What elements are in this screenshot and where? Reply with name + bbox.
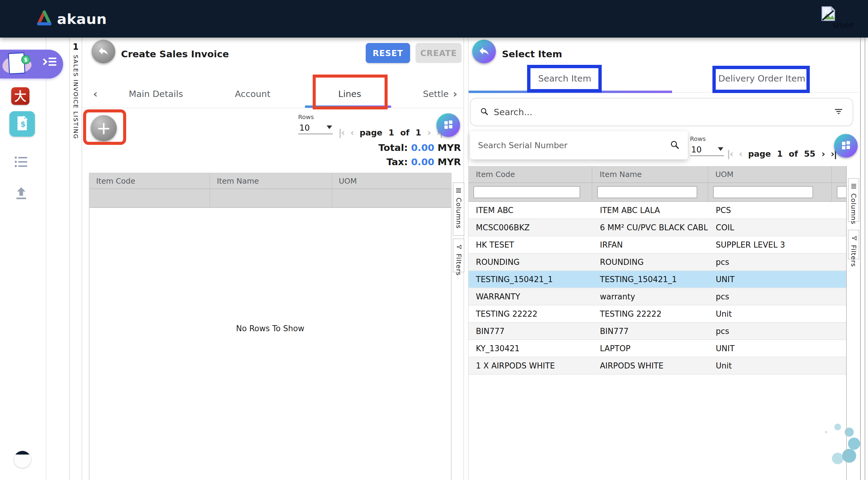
page-word: page [748,149,771,159]
listing-count: 1 [70,42,82,52]
first-page-icon[interactable]: |‹ [727,148,733,159]
prev-page-icon[interactable]: ‹ [739,148,742,159]
serial-number-input[interactable] [478,141,670,150]
search-icon[interactable] [670,140,680,151]
table-row[interactable]: WARRANTYwarrantypcs [469,288,846,305]
rows-label: Rows [298,113,333,121]
avatar-alt-text: user [833,20,854,30]
table-row[interactable]: BIN777BIN777pcs [469,323,846,340]
filter-item-code-input[interactable] [473,186,580,198]
tab-search-item[interactable]: Search Item [538,73,591,83]
screen-preview-thumbnail[interactable] [14,451,31,468]
filter-item-name-input[interactable] [597,186,697,198]
rows-label: Rows [690,135,724,142]
active-tab-indicator [469,91,672,93]
total-value: 0.00 [411,142,435,153]
next-page-icon[interactable]: › [427,127,430,138]
filter-extra-input[interactable] [837,186,846,198]
scrollbar-track[interactable] [860,38,861,480]
table-header-row: Item Code Item Name UOM [469,166,846,182]
sidebar-item-upload[interactable] [14,186,29,200]
tab-main-details[interactable]: Main Details [129,89,183,99]
column-header-item-name[interactable]: Item Name [592,166,708,182]
table-row[interactable]: ROUNDINGROUNDINGpcs [469,254,846,271]
tab-delivery-order-item[interactable]: Delivery Order Item [718,73,805,83]
drawer-toggle-icon[interactable] [41,58,56,66]
back-arrow-icon [478,45,490,58]
sales-invoice-listing-tab[interactable]: 1 SALES INVOICE LISTING [69,38,82,480]
create-button[interactable]: CREATE [415,43,462,63]
tax-amount: Tax: 0.00 MYR [386,157,461,167]
akaun-triangle-icon [36,10,53,27]
grid-icon [840,140,851,152]
tabs-scroll-left-icon[interactable]: ‹ [93,88,98,100]
tab-account[interactable]: Account [235,89,270,99]
top-navbar: akaun user [0,0,868,38]
table-row-selected[interactable]: TESTING_150421_1TESTING_150421_1UNIT [469,271,846,288]
filters-side-tab[interactable]: Filters [848,230,859,260]
tax-currency: MYR [438,157,461,167]
tab-lines[interactable]: Lines [338,89,361,99]
tab-settlement[interactable]: Settle [423,89,449,99]
active-tab-indicator [305,105,391,108]
select-item-panel: Select Item Search Item Delivery Order I… [468,38,858,480]
total-currency: MYR [438,142,461,153]
filter-list-icon[interactable] [834,107,843,117]
current-page: 1 [777,149,783,159]
invoice-lines-table: Item Code Item Name UOM No Rows To Show [89,173,452,480]
table-row[interactable]: TESTING 22222TESTING 22222Unit [469,305,846,323]
user-avatar[interactable]: user [821,5,857,33]
create-sales-invoice-panel: Create Sales Invoice RESET CREATE ‹ Main… [82,38,464,480]
table-row[interactable]: HK TESETIRFANSUPPLER LEVEL 3 [469,236,846,254]
rows-per-page-select[interactable]: 10 [298,123,333,134]
table-row[interactable]: MCSC006BKZ6 MM² CU/PVC BLACK CABL...COIL [469,219,846,236]
table-row[interactable]: ITEM ABCITEM ABC LALAPCS [469,202,846,219]
page-title: Create Sales Invoice [121,48,229,59]
total-pages: 1 [415,128,421,137]
sidebar-item-listing[interactable] [13,155,29,169]
column-header-item-code[interactable]: Item Code [90,173,210,188]
serial-number-search-box [470,131,688,160]
search-input[interactable] [494,107,834,117]
first-page-icon[interactable]: |‹ [338,127,344,138]
select-item-back-button[interactable] [472,40,496,63]
decor-bubble [832,453,843,464]
akaun-logo[interactable]: akaun [36,10,107,27]
rows-per-page-select[interactable]: 10 [690,145,724,156]
dollar-coin-icon: $ [21,55,30,64]
tabs-scroll-right-icon[interactable]: › [453,88,457,100]
scrollbar-track[interactable] [865,38,865,480]
logo-text: akaun [57,11,107,27]
grid-icon [443,119,454,131]
column-header-uom[interactable]: UOM [332,173,451,188]
grid-view-button[interactable] [834,134,858,158]
app-sidebar: $ 大 $ [0,38,46,480]
columns-side-tab[interactable]: Columns [848,178,859,222]
prev-page-icon[interactable]: ‹ [350,127,353,138]
back-button[interactable] [92,40,115,63]
filter-funnel-icon [455,244,462,250]
sidebar-item-sales-invoice[interactable]: $ [0,50,63,78]
table-row[interactable]: 1 X AIRPODS WHITEAIRPODS WHITEUnit [469,357,846,375]
columns-grip-icon [851,183,857,190]
column-header-uom[interactable]: UOM [708,166,832,182]
svg-text:$: $ [20,120,26,129]
reset-button[interactable]: RESET [366,43,410,63]
rows-per-page-control: Rows 10 [690,135,724,156]
current-page: 1 [389,128,394,137]
add-line-button[interactable]: + [91,115,117,141]
sidebar-item-bigledger-app[interactable]: 大 [11,87,29,105]
columns-side-tab[interactable]: Columns [453,182,464,236]
next-page-icon[interactable]: › [822,148,825,159]
total-amount: Total: 0.00 MYR [378,142,461,153]
table-row[interactable]: KY_130421LAPTOPUNIT [469,340,846,357]
sidebar-item-invoice-doc[interactable]: $ [9,111,35,137]
column-header-item-code[interactable]: Item Code [469,166,592,182]
column-header-item-name[interactable]: Item Name [210,173,332,188]
filters-side-tab[interactable]: Filters [453,238,464,272]
filter-uom-input[interactable] [713,186,813,198]
grid-view-button[interactable] [436,113,460,137]
total-pages: 55 [804,149,815,159]
of-word: of [400,128,409,137]
page-word: page [360,128,382,137]
